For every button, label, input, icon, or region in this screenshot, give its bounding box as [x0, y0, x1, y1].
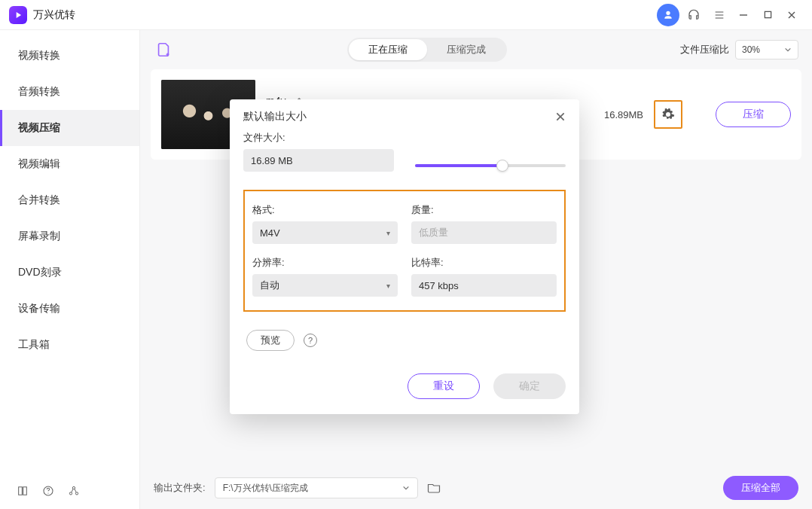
app-logo: [9, 6, 27, 24]
sidebar-item-label: 工具箱: [18, 338, 50, 352]
tab-done[interactable]: 压缩完成: [427, 39, 505, 60]
svg-rect-0: [765, 11, 771, 17]
sidebar-item-device-transfer[interactable]: 设备传输: [0, 291, 139, 327]
sidebar: 视频转换 音频转换 视频压缩 视频编辑 合并转换 屏幕录制 DVD刻录 设备传输…: [0, 30, 140, 509]
format-select[interactable]: M4V ▾: [252, 221, 398, 244]
resolution-select[interactable]: 自动 ▾: [252, 274, 398, 297]
bitrate-label: 比特率:: [411, 256, 557, 270]
chevron-down-icon: [784, 46, 792, 53]
add-file-button[interactable]: [154, 40, 173, 59]
compress-all-button[interactable]: 压缩全部: [723, 476, 798, 500]
sidebar-item-label: DVD刻录: [18, 266, 62, 279]
app-title: 万兴优转: [33, 8, 75, 22]
sidebar-item-video-compress[interactable]: 视频压缩: [0, 110, 139, 146]
dialog-title: 默认输出大小: [243, 110, 307, 123]
sidebar-item-dvd-burn[interactable]: DVD刻录: [0, 254, 139, 291]
file-size: 16.89MB: [604, 109, 643, 120]
output-size-dialog: 默认输出大小 文件大小: 格式: M4V: [230, 99, 579, 414]
headset-icon[interactable]: [682, 4, 705, 26]
sidebar-item-audio-convert[interactable]: 音频转换: [0, 74, 139, 110]
sidebar-item-label: 视频编辑: [18, 157, 60, 171]
sidebar-item-screen-record[interactable]: 屏幕录制: [0, 218, 139, 254]
bitrate-field[interactable]: [411, 274, 557, 297]
sidebar-item-video-edit[interactable]: 视频编辑: [0, 146, 139, 182]
help-icon[interactable]: ?: [304, 334, 317, 347]
file-size-label: 文件大小:: [243, 131, 394, 145]
output-folder-label: 输出文件夹:: [154, 481, 206, 495]
svg-point-5: [75, 492, 78, 495]
confirm-button: 确定: [493, 373, 566, 399]
svg-point-4: [69, 492, 72, 495]
file-size-field[interactable]: [243, 149, 394, 172]
titlebar: 万兴优转: [0, 0, 812, 30]
toolbar: 正在压缩 压缩完成 文件压缩比 30%: [140, 30, 812, 69]
tabs: 正在压缩 压缩完成: [347, 38, 507, 62]
user-icon[interactable]: [657, 4, 679, 26]
book-icon[interactable]: [17, 485, 29, 497]
slider-thumb[interactable]: [496, 160, 508, 172]
close-icon: [555, 111, 566, 122]
resolution-label: 分辨率:: [252, 256, 398, 270]
dialog-close-button[interactable]: [555, 111, 566, 122]
ratio-select[interactable]: 30%: [735, 40, 798, 59]
size-slider[interactable]: [415, 164, 566, 172]
chevron-down-icon: ▾: [386, 229, 390, 237]
output-folder-select[interactable]: F:\万兴优转\压缩完成: [215, 477, 418, 498]
sidebar-item-label: 音频转换: [18, 85, 60, 99]
format-label: 格式:: [252, 203, 398, 217]
sidebar-item-video-convert[interactable]: 视频转换: [0, 38, 139, 74]
sidebar-item-label: 视频转换: [18, 49, 60, 62]
preview-button[interactable]: 预览: [246, 330, 295, 351]
gear-icon: [661, 108, 675, 121]
svg-point-3: [72, 486, 75, 489]
chevron-down-icon: ▾: [386, 282, 390, 290]
menu-icon[interactable]: [708, 4, 731, 26]
settings-button[interactable]: [654, 100, 682, 129]
footer: 输出文件夹: F:\万兴优转\压缩完成 压缩全部: [140, 467, 812, 509]
quality-field: 低质量: [411, 221, 557, 244]
minimize-button[interactable]: [732, 4, 755, 26]
reset-button[interactable]: 重设: [408, 373, 480, 399]
open-folder-icon[interactable]: [427, 481, 441, 495]
sidebar-item-label: 设备传输: [18, 302, 60, 315]
help-icon[interactable]: [42, 485, 54, 497]
sidebar-item-toolbox[interactable]: 工具箱: [0, 327, 139, 363]
ratio-label: 文件压缩比: [680, 43, 729, 56]
sidebar-item-merge-convert[interactable]: 合并转换: [0, 182, 139, 218]
tab-compressing[interactable]: 正在压缩: [349, 39, 427, 60]
chevron-down-icon: [402, 484, 410, 492]
sidebar-item-label: 屏幕录制: [18, 230, 60, 243]
maximize-button[interactable]: [756, 4, 779, 26]
highlighted-settings: 格式: M4V ▾ 质量: 低质量 分辨率: 自动: [243, 190, 566, 312]
sidebar-item-label: 视频压缩: [18, 121, 60, 135]
share-icon[interactable]: [68, 485, 80, 497]
svg-point-2: [47, 492, 48, 493]
sidebar-item-label: 合并转换: [18, 194, 60, 207]
close-button[interactable]: [780, 4, 803, 26]
quality-label: 质量:: [411, 203, 557, 217]
compress-button[interactable]: 压缩: [716, 102, 791, 127]
